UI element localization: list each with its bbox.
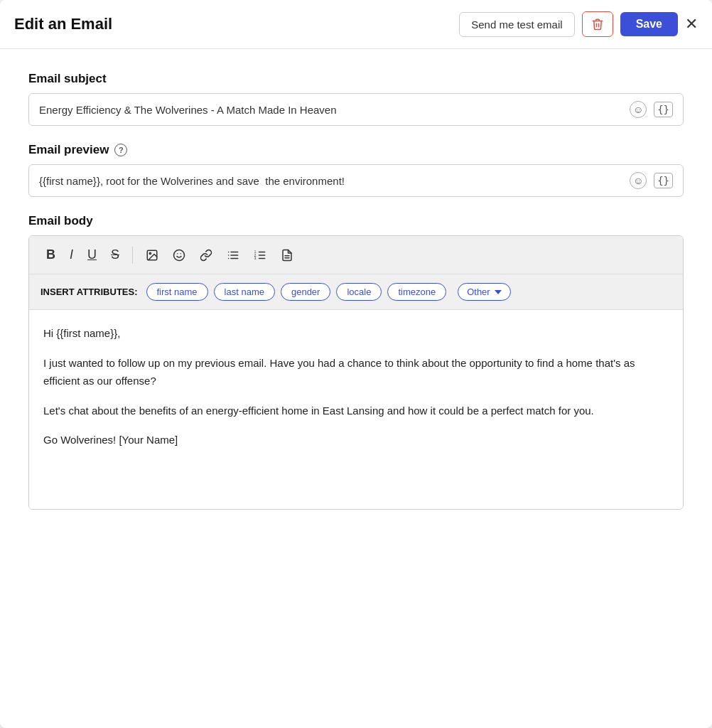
send-test-email-button[interactable]: Send me test email	[459, 12, 574, 37]
body-paragraph-4: Go Wolverines! [Your Name]	[43, 431, 669, 449]
svg-point-9	[228, 255, 230, 256]
italic-icon: I	[70, 247, 73, 262]
preview-icons: ☺ {}	[630, 172, 673, 189]
email-preview-label-row: Email preview ?	[28, 143, 684, 157]
image-icon	[146, 249, 158, 262]
email-preview-label: Email preview	[28, 143, 109, 157]
email-body-label: Email body	[28, 214, 684, 228]
attr-locale[interactable]: locale	[336, 283, 382, 301]
email-preview-input[interactable]: {{first name}}, root for the Wolverines …	[39, 175, 630, 187]
modal: Edit an Email Send me test email Save ✕ …	[0, 0, 712, 728]
underline-button[interactable]: U	[82, 243, 102, 267]
preview-variable-icon[interactable]: {}	[654, 173, 673, 188]
header: Edit an Email Send me test email Save ✕	[0, 0, 712, 49]
svg-point-2	[174, 250, 185, 260]
attr-last-name[interactable]: last name	[214, 283, 275, 301]
email-body-content[interactable]: Hi {{first name}}, I just wanted to foll…	[29, 310, 683, 509]
emoji-toolbar-icon	[173, 249, 185, 262]
variable-icon[interactable]: {}	[654, 102, 673, 117]
body-paragraph-1: Hi {{first name}},	[43, 324, 669, 343]
svg-text:3.: 3.	[254, 257, 257, 260]
body-paragraph-3: Let's chat about the benefits of an ener…	[43, 402, 669, 420]
ordered-list-button[interactable]: 1. 2. 3.	[248, 245, 272, 266]
close-button[interactable]: ✕	[685, 16, 698, 32]
trash-icon	[591, 18, 604, 31]
email-subject-field: Energy Efficiency & The Wolverines - A M…	[28, 93, 684, 126]
emoji-button[interactable]	[167, 245, 191, 266]
bold-icon: B	[46, 247, 55, 262]
strikethrough-icon: S	[111, 247, 119, 262]
unordered-list-button[interactable]	[221, 245, 245, 266]
unordered-list-icon	[227, 249, 239, 262]
document-button[interactable]	[275, 245, 299, 266]
attributes-bar: INSERT ATTRIBUTES: first name last name …	[29, 274, 683, 310]
email-subject-label: Email subject	[28, 72, 684, 86]
svg-point-1	[149, 252, 151, 254]
attributes-label: INSERT ATTRIBUTES:	[41, 287, 138, 297]
email-preview-field: {{first name}}, root for the Wolverines …	[28, 164, 684, 197]
link-button[interactable]	[194, 245, 218, 266]
attr-first-name[interactable]: first name	[146, 283, 208, 301]
attr-other-dropdown[interactable]: Other	[458, 283, 511, 301]
toolbar-separator-1	[132, 247, 133, 264]
save-button[interactable]: Save	[620, 12, 678, 36]
document-icon	[281, 249, 293, 262]
subject-icons: ☺ {}	[630, 101, 673, 118]
image-button[interactable]	[140, 245, 164, 266]
chevron-down-icon	[495, 290, 502, 294]
bold-button[interactable]: B	[41, 243, 61, 267]
preview-emoji-icon[interactable]: ☺	[630, 172, 647, 189]
svg-point-10	[228, 257, 230, 259]
attr-timezone[interactable]: timezone	[387, 283, 446, 301]
email-editor: B I U S	[28, 235, 684, 510]
italic-button[interactable]: I	[64, 243, 79, 267]
body-paragraph-2: I just wanted to follow up on my previou…	[43, 354, 669, 390]
ordered-list-icon: 1. 2. 3.	[254, 249, 266, 262]
emoji-icon[interactable]: ☺	[630, 101, 647, 118]
underline-icon: U	[87, 247, 97, 262]
attr-gender[interactable]: gender	[281, 283, 330, 301]
preview-info-icon[interactable]: ?	[114, 144, 127, 156]
attr-other-label: Other	[467, 287, 490, 297]
toolbar: B I U S	[29, 236, 683, 274]
strikethrough-button[interactable]: S	[105, 243, 125, 267]
delete-button[interactable]	[582, 11, 613, 37]
content-area: Email subject Energy Efficiency & The Wo…	[0, 49, 712, 532]
page-title: Edit an Email	[14, 15, 112, 33]
header-actions: Send me test email Save ✕	[459, 11, 698, 37]
link-icon	[200, 249, 212, 262]
svg-point-8	[228, 251, 230, 252]
email-subject-input[interactable]: Energy Efficiency & The Wolverines - A M…	[39, 104, 630, 116]
